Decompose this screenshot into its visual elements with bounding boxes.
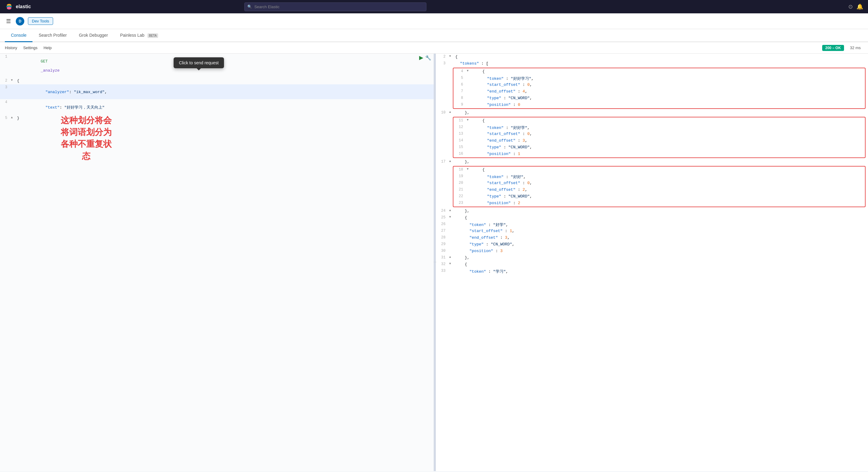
out-gutter — [449, 248, 455, 249]
out-gutter[interactable]: ▼ — [467, 167, 473, 171]
out-gutter[interactable]: ▲ — [449, 110, 455, 114]
out-code: "token" : "学习", — [455, 268, 868, 274]
run-btn-area: ▶ 🔧 — [419, 54, 431, 61]
out-gutter[interactable]: ▲ — [449, 159, 455, 163]
out-line-num: 24 — [436, 208, 449, 213]
out-code: { — [455, 215, 868, 220]
output-line-10: 10 ▲ }, — [436, 109, 868, 116]
run-button[interactable]: ▶ — [419, 54, 423, 61]
tab-console[interactable]: Console — [5, 29, 32, 42]
out-code: { — [473, 118, 865, 123]
line-code: GET _analyze — [17, 54, 434, 77]
token-box-2: 11 ▼ { 12 "token" : "好好学", 13 "start_off… — [453, 117, 866, 158]
token-box-3: 18 ▼ { 19 "token" : "好好", 20 "start_offs… — [453, 166, 866, 207]
tab-painless-lab[interactable]: Painless Lab BETA — [114, 29, 164, 42]
output-line-9: 9 "position" : 0 — [454, 102, 865, 108]
out-gutter[interactable]: ▼ — [467, 118, 473, 122]
out-gutter — [449, 228, 455, 229]
out-code: { — [455, 54, 868, 59]
out-code: "start_offset" : 0, — [473, 180, 865, 185]
out-line-num: 9 — [454, 102, 467, 107]
submenu-bar: History Settings Help 200 – OK 32 ms — [0, 42, 868, 54]
out-line-num: 30 — [436, 248, 449, 253]
out-gutter — [467, 180, 473, 181]
out-gutter — [449, 268, 455, 269]
out-code: "position" : 0 — [473, 102, 865, 107]
search-input[interactable] — [244, 2, 426, 11]
out-line-num: 25 — [436, 215, 449, 220]
out-code: "token" : "好好学", — [473, 124, 865, 130]
output-line-16: 16 "position" : 1 — [454, 151, 865, 157]
output-line-23: 23 "position" : 2 — [454, 200, 865, 207]
out-gutter[interactable]: ▲ — [449, 208, 455, 212]
out-line-num: 10 — [436, 110, 449, 115]
output-line-32: 32 ▼ { — [436, 261, 868, 268]
out-gutter — [467, 82, 473, 83]
line-gutter — [11, 85, 17, 85]
out-gutter[interactable]: ▼ — [449, 215, 455, 219]
editor-panel: Click to send request ▶ 🔧 1 GET _analyze… — [0, 54, 434, 471]
out-gutter[interactable]: ▲ — [449, 255, 455, 259]
panel-divider[interactable]: ⋮ — [434, 54, 436, 471]
editor-line-3: 3 "analyzer": "ik_max_word", — [0, 84, 434, 99]
output-line-27: 27 "start_offset" : 1, — [436, 228, 868, 234]
out-code: "token" : "好好", — [473, 174, 865, 180]
line-gutter[interactable]: ▲ — [11, 115, 17, 119]
bell-icon[interactable]: 🔔 — [857, 3, 863, 10]
out-gutter — [467, 200, 473, 201]
out-code: "end_offset" : 4, — [473, 89, 865, 94]
divider-dots: ⋮ — [433, 260, 437, 264]
output-line-14: 14 "end_offset" : 3, — [454, 137, 865, 144]
output-line-29: 29 "type" : "CN_WORD", — [436, 241, 868, 248]
line-gutter[interactable]: ▼ — [11, 78, 17, 82]
tooltip-send-request: Click to send request — [174, 57, 224, 68]
submenu-history[interactable]: History — [5, 43, 17, 53]
submenu-help[interactable]: Help — [43, 43, 52, 53]
output-line-4: 4 ▼ { — [454, 68, 865, 75]
dev-tools-button[interactable]: Dev Tools — [28, 17, 53, 25]
out-code: "token" : "好学", — [455, 221, 868, 227]
out-code: "end_offset" : 3, — [473, 138, 865, 143]
svg-point-3 — [7, 7, 11, 9]
global-search[interactable]: 🔍 — [244, 2, 426, 11]
out-gutter — [467, 145, 473, 145]
tab-search-profiler[interactable]: Search Profiler — [32, 29, 73, 42]
out-line-num: 22 — [454, 193, 467, 198]
wrench-button[interactable]: 🔧 — [425, 55, 431, 61]
out-line-num: 2 — [436, 54, 449, 59]
tab-grok-debugger[interactable]: Grok Debugger — [73, 29, 114, 42]
output-line-6: 6 "start_offset" : 0, — [454, 82, 865, 88]
output-line-13: 13 "start_offset" : 0, — [454, 131, 865, 137]
out-line-num: 16 — [454, 151, 467, 156]
out-code: "position" : 2 — [473, 200, 865, 206]
out-gutter — [467, 151, 473, 152]
line-code: { — [17, 78, 434, 83]
time-badge: 32 ms — [850, 45, 861, 50]
out-line-num: 27 — [436, 228, 449, 233]
output-line-31: 31 ▲ }, — [436, 254, 868, 261]
out-code: "start_offset" : 1, — [455, 228, 868, 233]
out-line-num: 20 — [454, 180, 467, 185]
editor-line-4: 4 "text": "好好学习，天天向上" — [0, 99, 434, 115]
out-gutter — [449, 242, 455, 242]
out-code: "token" : "好好学习", — [473, 75, 865, 81]
out-code: "end_offset" : 3, — [455, 235, 868, 240]
out-line-num: 12 — [454, 124, 467, 129]
out-line-num: 14 — [454, 138, 467, 143]
out-gutter — [449, 235, 455, 235]
menu-button[interactable]: ☰ — [5, 17, 12, 26]
out-gutter[interactable]: ▼ — [449, 261, 455, 265]
nav-right-icons: ⊙ 🔔 — [848, 3, 863, 10]
out-line-num: 31 — [436, 255, 449, 260]
out-gutter[interactable]: ▼ — [449, 54, 455, 58]
line-number: 3 — [0, 85, 11, 90]
output-line-17: 17 ▲ }, — [436, 159, 868, 165]
out-line-num: 8 — [454, 95, 467, 100]
token-box-1: 4 ▼ { 5 "token" : "好好学习", 6 "start_offse… — [453, 68, 866, 109]
help-icon[interactable]: ⊙ — [848, 3, 853, 10]
elastic-logo[interactable]: elastic — [5, 2, 31, 11]
submenu-settings[interactable]: Settings — [23, 43, 37, 53]
avatar-button[interactable]: D — [16, 17, 24, 26]
out-gutter — [467, 138, 473, 138]
out-gutter[interactable]: ▼ — [467, 68, 473, 72]
